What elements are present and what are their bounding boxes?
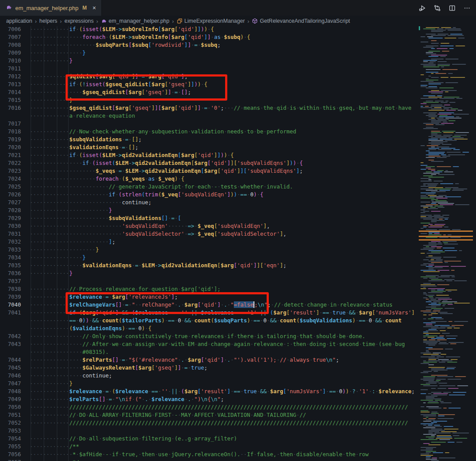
close-icon[interactable]: × [93, 5, 96, 11]
breadcrumb-separator: › [35, 18, 37, 24]
line-number: 7024 [0, 175, 21, 183]
line-number: 7010 [0, 57, 21, 65]
code-line-7024: 7024····················foreach·($_veqs·… [0, 175, 419, 183]
code-line-7016: 7016············$gseq_qidList[$arg['gseq… [0, 104, 419, 112]
code-line-7028: 7028························} [0, 206, 419, 214]
breadcrumb-item-expressions[interactable]: expressions [64, 18, 94, 24]
code-line-7034: 7034················} [0, 254, 419, 262]
code-line-7055: 7055············/** [0, 443, 419, 451]
modified-badge: M [83, 5, 87, 11]
code-editor[interactable]: 7006············if·(isset($LEM->subQrelI… [0, 26, 419, 461]
code-line-wrap: ············a·relevance·equation [0, 112, 419, 120]
code-line-7033: 7033····················} [0, 246, 419, 254]
code-line-7046: 7046················continue; [0, 372, 419, 380]
code-line-7049: 7049············$relParts[]·=·"\nif·("·.… [0, 395, 419, 403]
php-file-icon [6, 4, 12, 12]
method-symbol-icon [252, 18, 258, 24]
minimap-highlight [419, 239, 473, 241]
breadcrumb-item-helpers[interactable]: helpers [39, 18, 57, 24]
line-number: 7039 [0, 293, 21, 301]
line-number: 7047 [0, 380, 21, 388]
line-number: 7029 [0, 214, 21, 222]
code-line-7047: 7047············} [0, 380, 419, 388]
code-line-7045: 7045················$GalwaysRelevant[$ar… [0, 364, 419, 372]
code-line-7019: 7019············$subqValidations·=·[]; [0, 136, 419, 143]
class-symbol-icon [177, 18, 183, 24]
overview-ruler[interactable] [473, 26, 476, 461]
code-line-7043: 7043················//·After·we·can·assi… [0, 340, 419, 348]
breadcrumb-item-limeexpressionmanager[interactable]: LimeExpressionManager [177, 18, 245, 24]
breadcrumb-item-application[interactable]: application [6, 18, 32, 24]
code-line-7056: 7056·············*·$afHide·-·if·true,·th… [0, 451, 419, 458]
line-number: 7026 [0, 191, 21, 199]
line-number: 7041 [0, 309, 21, 317]
tab-em-manager-helper[interactable]: em_manager_helper.php M × [0, 0, 102, 16]
line-number: 7011 [0, 65, 21, 73]
code-line-7021: 7021············if·(isset($LEM->qid2vali… [0, 151, 419, 159]
minimap-highlight [419, 230, 473, 232]
minimap-highlight [419, 236, 473, 237]
line-number: 7048 [0, 388, 21, 395]
line-number: 7038 [0, 285, 21, 293]
code-line-7026: 7026························if·(strlen(t… [0, 191, 419, 199]
breadcrumb: application›helpers›expressions›em_manag… [0, 16, 476, 26]
code-line-wrap: ················#08315). [0, 348, 419, 356]
line-number: 7015 [0, 96, 21, 104]
line-number: 7028 [0, 206, 21, 214]
more-actions-icon[interactable] [463, 4, 471, 12]
line-number: 7037 [0, 277, 21, 285]
line-number: 7014 [0, 88, 21, 96]
line-number: 7050 [0, 403, 21, 411]
breadcrumb-item-getrelevanceandtailoringjavascript[interactable]: GetRelevanceAndTailoringJavaScript [252, 18, 350, 24]
code-line-7053: 7053 [0, 427, 419, 435]
minimap[interactable] [419, 26, 473, 461]
line-number: 7042 [0, 332, 21, 340]
line-number: 7049 [0, 395, 21, 403]
line-number: 7055 [0, 443, 21, 451]
code-line-7048: 7048············$relevance·=·($relevance… [0, 388, 419, 395]
code-line-7032: 7032························]; [0, 238, 419, 246]
line-number: 7057 [0, 458, 21, 461]
code-line-7031: 7031····························'subqVal… [0, 230, 419, 238]
line-number: 7007 [0, 33, 21, 41]
code-line-7014: 7014················$gseq_qidList[$arg['… [0, 88, 419, 96]
breadcrumb-item-em-manager-helper-php[interactable]: em_manager_helper.php [101, 18, 170, 24]
split-editor-icon[interactable] [448, 4, 456, 12]
line-number: 7045 [0, 364, 21, 372]
code-line-7027: 7027····························continue… [0, 199, 419, 206]
editor-actions [418, 0, 471, 16]
line-number: 7020 [0, 143, 21, 151]
code-line-7038: 7038············//·Process·relevance·for… [0, 285, 419, 293]
line-number: 7034 [0, 254, 21, 262]
code-line-7050: 7050············////////////////////////… [0, 403, 419, 411]
code-line-wrap: ············==·0))·&&·count($tailorParts… [0, 317, 419, 325]
code-line-7037: 7037 [0, 277, 419, 285]
line-number: 7051 [0, 411, 21, 419]
line-number: 7052 [0, 419, 21, 427]
line-number: 7018 [0, 128, 21, 136]
code-line-7040: 7040············$relChangeVars[]·=·"··re… [0, 301, 419, 309]
code-line-7052: 7052············////////////////////////… [0, 419, 419, 427]
line-number: 7036 [0, 269, 21, 277]
open-changes-icon[interactable] [433, 4, 441, 12]
code-line-7042: 7042················//·Only·show·constit… [0, 332, 419, 340]
code-line-7017: 7017 [0, 120, 419, 128]
vscode-editor-window: em_manager_helper.php M × application›he… [0, 0, 476, 461]
code-line-7015: 7015············} [0, 96, 419, 104]
code-line-7012: 7012············$qidList[$arg['qid']]·=·… [0, 73, 419, 80]
code-line-7030: 7030····························'subqVal… [0, 222, 419, 230]
code-line-7057: 7057·············*/ [0, 458, 419, 461]
line-number: 7044 [0, 356, 21, 364]
line-number: 7021 [0, 151, 21, 159]
line-number: 7032 [0, 238, 21, 246]
line-number: 7030 [0, 222, 21, 230]
code-line-7054: 7054············//·Do·all·subquestion·fi… [0, 435, 419, 443]
run-or-debug-icon[interactable] [418, 4, 426, 12]
code-line-7044: 7044················$relParts[]·=·"$('#r… [0, 356, 419, 364]
code-line-wrap: ············($validationEqns)·==·0)·{ [0, 325, 419, 332]
code-line-7023: 7023····················$_veqs·=·$LEM->q… [0, 167, 419, 175]
php-symbol-icon [101, 18, 107, 24]
tab-label: em_manager_helper.php [15, 5, 79, 11]
code-line-7029: 7029························$subqValidat… [0, 214, 419, 222]
line-number: 7046 [0, 372, 21, 380]
